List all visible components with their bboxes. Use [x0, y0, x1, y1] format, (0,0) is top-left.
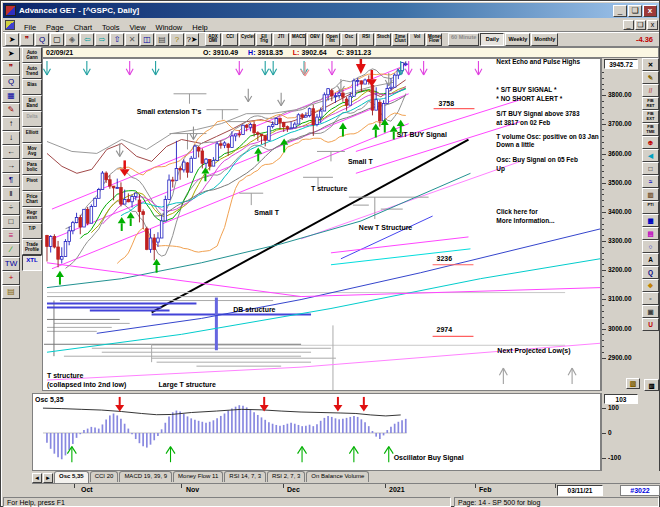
indicator-button-cci[interactable]: CCI	[222, 33, 238, 46]
period-button-daily[interactable]: Daily	[480, 33, 504, 46]
indicator-button-open-int[interactable]: Open Int	[324, 33, 340, 46]
gann-circle-icon[interactable]: ⊕	[642, 136, 659, 149]
magnifier-icon[interactable]: Q	[642, 266, 659, 279]
scroll-up-icon[interactable]: ↑	[2, 117, 20, 131]
period-button-weekly[interactable]: Weekly	[505, 33, 530, 46]
period-button-60-minute[interactable]: 60 Minute	[448, 33, 479, 46]
tab-scroll-right-icon[interactable]: ►	[43, 473, 53, 483]
snapshot-icon[interactable]: ▧	[644, 379, 659, 391]
split-view-icon[interactable]: ‖	[2, 187, 20, 201]
indicator-button-time-clust[interactable]: Time Clust	[392, 33, 408, 46]
mob-icon[interactable]: ▤	[642, 227, 659, 240]
indicator-button-osc[interactable]: Osc	[341, 33, 357, 46]
indicator-button-adx-dmi[interactable]: ADX DMI	[205, 33, 221, 46]
divide-scale-icon[interactable]: ÷	[2, 201, 20, 215]
study-button-mov-avg[interactable]: Mov Avg	[22, 143, 42, 159]
mdi-restore-button[interactable]: ❏	[635, 20, 646, 30]
indicator-button-obv[interactable]: OBV	[307, 33, 323, 46]
tjs-web-icon[interactable]: TW	[2, 257, 20, 271]
delete-tool-icon[interactable]: ✕	[642, 58, 659, 71]
slope-icon[interactable]: ∕	[2, 243, 20, 257]
study-button-t-p[interactable]: T/P	[22, 223, 42, 239]
draw-icon[interactable]: ✎	[2, 103, 20, 117]
pencil-icon[interactable]: ✎	[642, 71, 659, 84]
price-chart[interactable]: 375832362974Small extension T'sS/T BUY S…	[42, 58, 601, 391]
study-button-price-chart[interactable]: Price Chart	[22, 191, 42, 207]
table-icon[interactable]: ▦	[642, 214, 659, 227]
tab-money-flow-11[interactable]: Money Flow 11	[173, 471, 223, 482]
chart-grid-icon[interactable]: ▦	[2, 89, 20, 103]
tab-osc-5-35[interactable]: Osc 5,35	[54, 471, 89, 483]
pointer-icon[interactable]: ➤	[2, 47, 20, 61]
study-button-trade-profile[interactable]: Trade Profile	[22, 239, 42, 255]
minimize-button[interactable]: _	[613, 5, 627, 17]
context-help-icon[interactable]: ?➤	[185, 33, 199, 46]
indicator-button-vol[interactable]: Vol	[409, 33, 425, 46]
copy-page-icon[interactable]: ▣	[642, 305, 659, 318]
text-tool-icon[interactable]: A	[642, 253, 659, 266]
help-icon[interactable]: ?	[170, 33, 184, 46]
mdi-close-button[interactable]: x	[647, 20, 658, 30]
new-page-icon[interactable]: ▢	[50, 33, 64, 46]
close-button[interactable]: x	[643, 5, 657, 17]
zoom-tool-icon[interactable]: Q	[35, 33, 49, 46]
study-button-delta[interactable]: Delta	[22, 111, 42, 127]
zoom-icon[interactable]: Q	[2, 75, 20, 89]
fib-extension-icon[interactable]: FIB EXT	[642, 110, 659, 123]
elliott-wave-icon[interactable]: ≈	[642, 175, 659, 188]
next-page-icon[interactable]: ⇨	[95, 33, 109, 46]
study-button-bias[interactable]: Bias	[22, 79, 42, 95]
format-icon[interactable]: ¶	[2, 173, 20, 187]
period-button-monthly[interactable]: Monthly	[531, 33, 558, 46]
study-button-bol-band[interactable]: Bol Band	[22, 95, 42, 111]
study-button-auto-gann[interactable]: Auto Gann	[22, 47, 42, 63]
tab-scroll-left-icon[interactable]: ◄	[32, 473, 42, 483]
study-button-auto-trend[interactable]: Auto Trend	[22, 63, 42, 79]
clock-icon[interactable]: ○	[642, 240, 659, 253]
folder-chart-icon[interactable]: ▤	[2, 285, 20, 299]
indicator-button-rsi[interactable]: RSI	[358, 33, 374, 46]
selection-tool-icon[interactable]: ➤	[5, 33, 19, 46]
undo-icon[interactable]: U	[642, 318, 659, 331]
open-page-icon[interactable]: ⇧	[110, 33, 124, 46]
tab-cci-20[interactable]: CCI 20	[90, 471, 119, 482]
indicator-button-cycles[interactable]: Cycles	[239, 33, 255, 46]
tile-pages-icon[interactable]: ◫	[140, 33, 154, 46]
mdi-child-icon[interactable]	[5, 20, 15, 30]
print-icon[interactable]: ▤	[155, 33, 169, 46]
tab-macd-19-39-9[interactable]: MACD 19, 39, 9	[119, 471, 172, 482]
crosshair-icon[interactable]: +	[2, 271, 20, 285]
indicator-button-jti[interactable]: JTI	[273, 33, 289, 46]
pti-icon[interactable]: PTI	[642, 201, 659, 214]
mdi-minimize-button[interactable]: _	[623, 20, 634, 30]
study-button-pivot[interactable]: Pivot	[22, 175, 42, 191]
oscillator-panel[interactable]: Osc 5,35Oscillator Buy Signal	[32, 393, 601, 471]
tab-on-balance-volume[interactable]: On Balance Volume	[306, 471, 369, 482]
fib-retracement-icon[interactable]: FIB RET	[642, 97, 659, 110]
scroll-left-icon[interactable]: ←	[2, 145, 20, 159]
indicator-button-macd[interactable]: MACD	[290, 33, 306, 46]
study-button-xtl[interactable]: XTL	[22, 255, 42, 271]
study-button-elliott[interactable]: Elliott	[22, 127, 42, 143]
lock-page-icon[interactable]: ◈	[65, 33, 79, 46]
quotes-icon[interactable]: ❞	[2, 61, 20, 75]
study-button-para-bolic[interactable]: Para bolic	[22, 159, 42, 175]
lines-icon[interactable]: ≡	[2, 229, 20, 243]
fib-time-icon[interactable]: FIB TME	[642, 123, 659, 136]
box-tool-icon[interactable]: □	[2, 215, 20, 229]
indicator-button-money-flow[interactable]: Money Flow	[426, 33, 442, 46]
expansion-icon[interactable]: ◀	[642, 149, 659, 162]
palette-icon[interactable]: ❖	[642, 279, 659, 292]
study-button-regr-essn[interactable]: Regr essn	[22, 207, 42, 223]
eraser-icon[interactable]: ▨	[642, 188, 659, 201]
region-select-icon[interactable]: ▫	[642, 292, 659, 305]
rectangle-icon[interactable]: □	[642, 162, 659, 175]
axis-chart-icon[interactable]: ▧	[626, 378, 640, 389]
tab-rsi-2-7-3[interactable]: RSI 2, 7, 3	[267, 471, 305, 482]
indicator-button-stoch[interactable]: Stoch	[375, 33, 391, 46]
indicator-button-ell-trig[interactable]: Ell Trig	[256, 33, 272, 46]
quote-tool-icon[interactable]: ❞	[20, 33, 34, 46]
scroll-down-icon[interactable]: ↓	[2, 131, 20, 145]
scroll-right-icon[interactable]: →	[2, 159, 20, 173]
tab-rsi-14-7-3[interactable]: RSI 14, 7, 3	[224, 471, 266, 482]
